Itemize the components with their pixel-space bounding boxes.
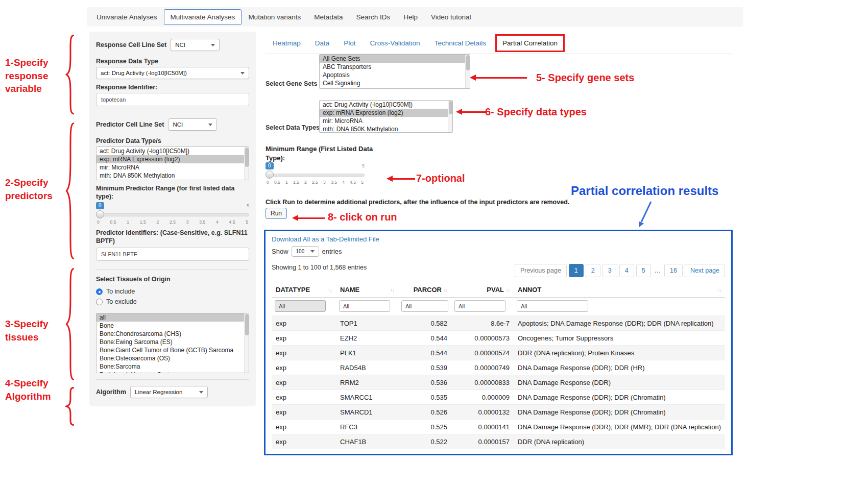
response-data-type-select[interactable]: act: Drug Activity (-log10[IC50M]): [96, 67, 249, 79]
slider-max-label: 5: [247, 203, 249, 208]
nav-item[interactable]: Mutation variants: [242, 9, 307, 25]
listbox-option[interactable]: ABC Transporters: [320, 63, 470, 71]
scrollbar-thumb[interactable]: [245, 148, 249, 167]
column-header-name[interactable]: NAME: [336, 282, 398, 297]
results-tab[interactable]: Plot: [336, 35, 363, 52]
listbox-option[interactable]: Bone:Giant Cell Tumor of Bone (GCTB) Sar…: [97, 346, 249, 354]
column-header-parcor[interactable]: PARCOR: [398, 282, 451, 297]
filter-input-name[interactable]: [339, 300, 390, 312]
table-row[interactable]: exp RRM2 0.536 0.00000833 DNA Damage Res…: [272, 375, 725, 389]
select-value: NCI: [175, 42, 185, 48]
nav-item[interactable]: Help: [397, 9, 424, 25]
table-row[interactable]: exp EZH2 0.544 0.00000573 Oncogenes; Tum…: [272, 330, 725, 345]
listbox-option[interactable]: Bone:Chondrosarcoma (CHS): [97, 330, 249, 338]
results-tab[interactable]: Cross-Validation: [363, 35, 427, 52]
scrollbar[interactable]: [448, 101, 452, 132]
table-row[interactable]: exp RAD54B 0.539 0.00000749 DNA Damage R…: [272, 360, 725, 375]
sort-icon: [505, 286, 510, 294]
response-identifier-input[interactable]: [96, 93, 249, 106]
tissue-radio-option[interactable]: To include: [96, 286, 249, 297]
column-header-datatype[interactable]: DATATYPE: [272, 282, 336, 297]
scrollbar[interactable]: [244, 313, 249, 373]
listbox-option[interactable]: Cell Signaling: [320, 79, 470, 87]
scrollbar-thumb[interactable]: [466, 55, 470, 70]
data-types-listbox[interactable]: act: Drug Activity (-log10[IC50M]) exp: …: [319, 100, 453, 133]
predictor-data-types-listbox[interactable]: act: Drug Activity (-log10[IC50M]) exp: …: [96, 147, 249, 180]
listbox-option[interactable]: Bone:Sarcoma: [97, 362, 249, 371]
listbox-option[interactable]: mth: DNA 850K Methylation: [320, 125, 452, 133]
slider-tick-label: 0: [267, 180, 269, 185]
filter-input-datatype[interactable]: [275, 300, 326, 312]
results-tab[interactable]: Partial Correlation: [495, 34, 565, 52]
predictor-cell-line-set-select[interactable]: NCI: [168, 118, 217, 131]
listbox-option[interactable]: act: Drug Activity (-log10[IC50M]): [97, 147, 249, 155]
page-size-select[interactable]: 100: [292, 246, 319, 257]
slider-tick-label: 1: [127, 219, 129, 225]
page-button[interactable]: 2: [586, 264, 600, 277]
download-link[interactable]: Download All as a Tab-Delimited File: [272, 235, 725, 243]
scrollbar-thumb[interactable]: [245, 314, 249, 335]
listbox-option[interactable]: Bone:Ewing Sarcoma (ES): [97, 338, 249, 346]
listbox-option[interactable]: Peripheral_Nervous_System: [97, 371, 249, 373]
page-button[interactable]: 16: [664, 264, 683, 277]
slider-tick-label: 3: [323, 180, 326, 185]
listbox-option[interactable]: mth: DNA 850K Methylation: [97, 172, 249, 180]
table-row[interactable]: exp TOP1 0.582 8.6e-7 Apoptosis; DNA Dam…: [272, 315, 725, 330]
min-predictor-range-slider[interactable]: 0 5 00.511.522.533.544.55: [96, 202, 249, 226]
listbox-option[interactable]: Bone: [97, 322, 249, 330]
column-header-annot[interactable]: ANNOT: [514, 282, 725, 297]
page-button[interactable]: 4: [619, 264, 634, 277]
response-cell-line-set-select[interactable]: NCI: [171, 39, 220, 51]
nav-item[interactable]: Multivariate Analyses: [164, 9, 242, 25]
slider-handle[interactable]: [266, 170, 274, 179]
listbox-option[interactable]: Apoptosis: [320, 71, 470, 79]
page-button[interactable]: 1: [569, 264, 584, 277]
listbox-option[interactable]: All Gene Sets: [320, 55, 470, 63]
nav-item[interactable]: Univariate Analyses: [90, 9, 164, 25]
predictor-identifiers-input[interactable]: [96, 248, 249, 261]
algorithm-select[interactable]: Linear Regression: [130, 386, 208, 398]
response-identifier-label: Response Identifier:: [96, 84, 249, 91]
nav-item[interactable]: Metadata: [307, 9, 349, 25]
page-button[interactable]: Previous page: [515, 264, 567, 277]
listbox-option[interactable]: act: Drug Activity (-log10[IC50M]): [320, 101, 452, 109]
listbox-option[interactable]: exp: mRNA Expression (log2): [97, 155, 249, 163]
filter-input-pval[interactable]: [454, 300, 505, 312]
scrollbar-thumb[interactable]: [449, 101, 452, 114]
table-row[interactable]: exp PLK1 0.544 0.00000574 DDR (DNA repli…: [272, 345, 725, 360]
min-range-slider[interactable]: 0 5 00.511.522.533.544.55: [266, 162, 365, 186]
listbox-option[interactable]: Bone:Osteosarcoma (OS): [97, 354, 249, 362]
table-row[interactable]: exp SMARCC1 0.535 0.000009 DNA Damage Re…: [272, 389, 725, 404]
brace-icon: [65, 387, 76, 426]
nav-item[interactable]: Search IDs: [349, 9, 397, 25]
column-header-pval[interactable]: PVAL: [451, 282, 514, 297]
slider-tick-label: 4.5: [350, 180, 356, 185]
table-row[interactable]: exp CHAF1B 0.522 0.0000157 DDR (DNA repl…: [272, 434, 725, 449]
run-button[interactable]: Run: [266, 208, 287, 219]
listbox-option[interactable]: exp: mRNA Expression (log2): [320, 109, 452, 117]
scrollbar[interactable]: [465, 55, 470, 88]
nav-item[interactable]: Video tutorial: [424, 9, 478, 25]
results-tab[interactable]: Technical Details: [427, 35, 493, 52]
listbox-option[interactable]: mir: MicroRNA: [97, 163, 249, 172]
slider-track[interactable]: [266, 174, 365, 177]
listbox-option[interactable]: all: [97, 313, 249, 322]
page-button[interactable]: Next page: [685, 264, 725, 277]
filter-input-parcor[interactable]: [401, 300, 448, 312]
table-row[interactable]: exp SMARCD1 0.526 0.0000132 DNA Damage R…: [272, 404, 725, 419]
filter-input-annot[interactable]: [517, 300, 588, 312]
results-tab[interactable]: Data: [308, 35, 337, 52]
tissue-radio-option[interactable]: To exclude: [96, 297, 249, 307]
slider-handle[interactable]: [96, 210, 104, 218]
page-button[interactable]: 5: [636, 264, 651, 277]
page-button[interactable]: 3: [602, 264, 617, 277]
slider-track[interactable]: [96, 213, 249, 216]
partial-correlation-results-panel: Download All as a Tab-Delimited File Sho…: [264, 230, 733, 455]
page-button[interactable]: …: [653, 264, 663, 277]
scrollbar[interactable]: [244, 147, 249, 180]
gene-sets-listbox[interactable]: All Gene Sets ABC Transporters Apoptosis…: [319, 54, 470, 89]
listbox-option[interactable]: mir: MicroRNA: [320, 117, 452, 125]
table-row[interactable]: exp RFC3 0.525 0.0000141 DNA Damage Resp…: [272, 419, 725, 434]
results-tab[interactable]: Heatmap: [266, 35, 308, 52]
tissue-listbox[interactable]: all Bone Bone:Chondrosarcoma (CHS) Bone:…: [96, 313, 249, 373]
